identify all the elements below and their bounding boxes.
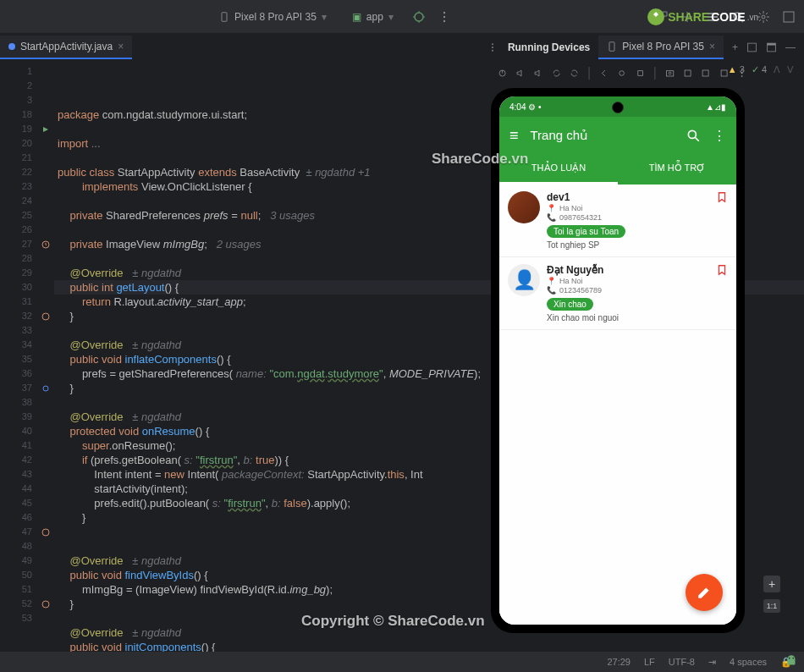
- svg-point-11: [492, 43, 493, 45]
- svg-point-4: [443, 19, 445, 21]
- app-title: Trang chủ: [531, 128, 674, 143]
- post-item[interactable]: 👤 Đạt Nguyễn 📍Ha Noi 📞0123456789 Xin cha…: [499, 257, 736, 330]
- tool-icon[interactable]: [706, 10, 719, 24]
- svg-point-12: [492, 47, 493, 48]
- tool-icon[interactable]: [782, 10, 796, 24]
- java-icon: [8, 43, 15, 50]
- emulator-panel: | | 4:04 ⚙ • ▲⊿▮ ≡ Trang chủ ⋮ THẢO LUẬN: [491, 61, 753, 636]
- svg-rect-28: [702, 69, 708, 75]
- tool-icon[interactable]: [680, 10, 694, 24]
- more-icon[interactable]: ⋮: [713, 128, 726, 144]
- svg-point-8: [734, 13, 741, 19]
- power-icon[interactable]: [498, 68, 507, 79]
- post-author: dev1: [547, 191, 709, 203]
- post-badge: Xin chao: [547, 298, 593, 311]
- status-bar: 27:29 LF UTF-8 ⇥ 4 spaces 🔒: [0, 652, 804, 672]
- recents-icon[interactable]: [636, 68, 645, 79]
- svg-point-23: [620, 70, 625, 75]
- svg-rect-5: [708, 13, 718, 14]
- emulator-toolbar: | |: [491, 61, 753, 85]
- home-icon[interactable]: [617, 68, 626, 79]
- svg-rect-6: [708, 16, 718, 18]
- svg-point-26: [669, 72, 671, 74]
- post-list[interactable]: dev1 📍Ha Noi 📞0987654321 Toi la gia su T…: [499, 185, 736, 625]
- volume-icon[interactable]: [515, 68, 525, 79]
- line-gutter: 1231819202122232425262728293031323334353…: [0, 61, 37, 653]
- svg-rect-24: [637, 70, 642, 75]
- avatar: [508, 191, 540, 223]
- debug-icon[interactable]: [412, 10, 426, 24]
- app-toolbar: ≡ Trang chủ ⋮: [499, 117, 736, 154]
- add-tab-icon[interactable]: +: [732, 41, 738, 53]
- close-icon[interactable]: ×: [118, 41, 124, 52]
- indent[interactable]: 4 spaces: [730, 657, 767, 667]
- tool-icon[interactable]: [719, 68, 729, 79]
- svg-point-19: [43, 386, 48, 391]
- phone-frame: 4:04 ⚙ • ▲⊿▮ ≡ Trang chủ ⋮ THẢO LUẬN TÌM…: [491, 88, 745, 633]
- svg-point-2: [443, 11, 445, 13]
- volume-icon[interactable]: [533, 68, 542, 79]
- tool-icon[interactable]: [701, 68, 710, 79]
- avatar: 👤: [508, 264, 540, 296]
- main-toolbar: Pixel 8 Pro API 35 ▾ ▣app▾: [0, 0, 804, 34]
- svg-point-9: [762, 15, 765, 19]
- window-icon[interactable]: [746, 41, 757, 54]
- encoding[interactable]: UTF-8: [669, 657, 695, 667]
- minimize-icon[interactable]: —: [785, 41, 796, 53]
- tab-discuss[interactable]: THẢO LUẬN: [499, 154, 618, 185]
- running-devices-label[interactable]: Running Devices: [508, 41, 590, 53]
- run-config-selector[interactable]: ▣app▾: [345, 8, 400, 25]
- svg-rect-7: [708, 19, 714, 21]
- device-tab[interactable]: Pixel 8 Pro API 35 ×: [598, 36, 724, 59]
- caret-pos[interactable]: 27:29: [607, 657, 631, 667]
- camera-icon[interactable]: [665, 68, 675, 79]
- back-icon[interactable]: [599, 68, 609, 79]
- bookmark-icon[interactable]: [716, 191, 728, 203]
- tab-support[interactable]: TÌM HỖ TRỢ: [618, 154, 736, 185]
- svg-point-3: [443, 15, 445, 17]
- post-desc: Xin chao moi nguoi: [547, 313, 709, 322]
- menu-icon[interactable]: ≡: [509, 127, 519, 145]
- more-icon[interactable]: [487, 41, 498, 54]
- svg-rect-15: [748, 43, 757, 52]
- post-desc: Tot nghiep SP: [547, 240, 709, 250]
- post-badge: Toi la gia su Toan: [547, 225, 625, 238]
- post-author: Đạt Nguyễn: [547, 264, 709, 276]
- zoom-fit[interactable]: 1:1: [763, 599, 780, 613]
- zoom-add[interactable]: +: [763, 576, 780, 592]
- svg-marker-18: [43, 127, 48, 132]
- svg-point-1: [415, 13, 423, 21]
- post-item[interactable]: dev1 📍Ha Noi 📞0987654321 Toi la gia su T…: [499, 185, 736, 257]
- tool-icon[interactable]: [683, 68, 692, 79]
- svg-rect-14: [609, 41, 614, 51]
- window-icon[interactable]: [766, 41, 777, 54]
- svg-rect-25: [666, 70, 673, 75]
- svg-point-36: [792, 658, 794, 659]
- svg-rect-10: [784, 12, 794, 22]
- indent-icon[interactable]: ⇥: [708, 657, 716, 668]
- more-icon[interactable]: [737, 68, 746, 79]
- close-icon[interactable]: ×: [709, 41, 715, 52]
- svg-point-32: [741, 75, 743, 77]
- svg-rect-29: [721, 69, 727, 75]
- svg-rect-0: [222, 12, 227, 21]
- bookmark-icon[interactable]: [716, 264, 728, 276]
- android-icon[interactable]: [784, 653, 799, 669]
- editor-tabs: StartAppActivity.java × Running Devices …: [0, 34, 804, 61]
- more-icon[interactable]: [438, 10, 451, 24]
- gear-icon[interactable]: [757, 10, 770, 24]
- svg-point-13: [492, 49, 493, 51]
- file-tab[interactable]: StartAppActivity.java ×: [0, 36, 132, 59]
- rotate-icon[interactable]: [552, 68, 561, 79]
- search-icon[interactable]: [731, 10, 745, 24]
- annotation-gutter: [37, 61, 54, 653]
- line-sep[interactable]: LF: [644, 657, 655, 667]
- app-tabs: THẢO LUẬN TÌM HỖ TRỢ: [499, 154, 736, 185]
- device-selector[interactable]: Pixel 8 Pro API 35 ▾: [212, 8, 333, 25]
- rotate-icon[interactable]: [570, 68, 579, 79]
- svg-point-35: [789, 658, 790, 659]
- search-icon[interactable]: [686, 128, 701, 143]
- tool-icon[interactable]: [655, 10, 669, 24]
- phone-screen[interactable]: 4:04 ⚙ • ▲⊿▮ ≡ Trang chủ ⋮ THẢO LUẬN TÌM…: [499, 96, 736, 625]
- fab-edit[interactable]: [686, 574, 723, 611]
